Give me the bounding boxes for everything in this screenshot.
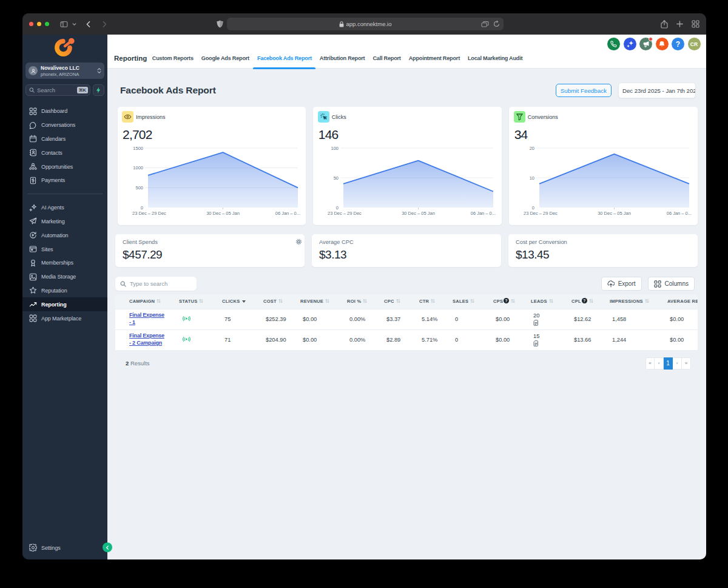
sidebar-item-contacts[interactable]: Contacts: [22, 146, 107, 160]
sidebar-item-conversations[interactable]: Conversations: [22, 118, 107, 132]
column-header-cps[interactable]: CPS?: [493, 294, 531, 309]
privacy-shield-icon[interactable]: [217, 20, 223, 28]
sidebar-item-payments[interactable]: Payments: [22, 174, 107, 188]
column-header-campaign[interactable]: CAMPAIGN: [115, 294, 179, 309]
sort-icon[interactable]: [645, 299, 649, 305]
sidebar-item-label: Calendars: [41, 136, 66, 142]
column-header-impressions[interactable]: IMPRESSIONS: [610, 294, 667, 309]
column-header-status[interactable]: STATUS: [179, 294, 222, 309]
last-page-button[interactable]: »: [682, 357, 691, 370]
tab-google-ads-report[interactable]: Google Ads Report: [197, 55, 253, 61]
sidebar-item-automation[interactable]: Automation: [22, 228, 107, 242]
zoom-button[interactable]: [45, 22, 49, 26]
sort-icon[interactable]: [470, 299, 474, 305]
tab-overview-icon[interactable]: [692, 20, 699, 28]
campaign-link[interactable]: Final Expense- 2 Campaign: [129, 333, 164, 346]
prev-page-button[interactable]: ‹: [655, 357, 664, 370]
sort-icon[interactable]: [431, 299, 435, 305]
phone-icon[interactable]: [607, 38, 620, 50]
sidebar-item-calendars[interactable]: Calendars: [22, 132, 107, 146]
sidebar-chevron-icon[interactable]: [72, 23, 76, 25]
svg-text:06 Jan – 0...: 06 Jan – 0...: [275, 211, 300, 216]
column-header-sales[interactable]: SALES: [453, 294, 493, 309]
column-header-ctr[interactable]: CTR: [419, 294, 453, 309]
sidebar-item-label: Automation: [41, 232, 69, 238]
location-switcher[interactable]: Novaliveco LLC phoneix, ARIZONA: [25, 63, 104, 79]
sidebar-search-input[interactable]: Search ⌘K: [25, 84, 90, 96]
sidebar-item-sites[interactable]: Sites: [22, 242, 107, 256]
campaign-link[interactable]: Final Expense- 1: [129, 312, 164, 326]
column-header-cpc[interactable]: CPC: [384, 294, 419, 309]
sort-icon[interactable]: [363, 299, 367, 305]
sort-icon[interactable]: [199, 299, 203, 305]
sidebar-toggle-icon[interactable]: [60, 21, 68, 27]
sidebar-collapse-button[interactable]: [103, 542, 112, 552]
sidebar-item-memberships[interactable]: Memberships: [22, 256, 107, 270]
tab-custom-reports[interactable]: Custom Reports: [148, 55, 197, 61]
column-header-revenue[interactable]: REVENUE: [300, 294, 347, 309]
user-avatar[interactable]: CR: [688, 38, 701, 50]
page-menu-icon[interactable]: [481, 21, 489, 27]
sidebar-item-dashboard[interactable]: Dashboard: [22, 104, 107, 118]
column-header-roi-[interactable]: ROI %: [347, 294, 384, 309]
sort-icon[interactable]: [278, 299, 283, 305]
column-header-average-revenue[interactable]: AVERAGE REVENUE: [667, 294, 698, 309]
info-icon[interactable]: ?: [504, 298, 509, 303]
announcements-icon[interactable]: [639, 38, 652, 50]
new-tab-icon[interactable]: [676, 21, 683, 27]
sort-desc-icon[interactable]: [242, 300, 246, 303]
column-header-cpl[interactable]: CPL?: [571, 294, 610, 309]
sort-icon[interactable]: [157, 299, 161, 305]
tab-appointment-report[interactable]: Appointment Report: [405, 55, 463, 61]
table-cell: 0.00%: [347, 309, 384, 329]
sidebar-item-app-marketplace[interactable]: App Marketplace: [22, 311, 107, 325]
tab-local-marketing-audit[interactable]: Local Marketing Audit: [463, 55, 526, 61]
notifications-bell-icon[interactable]: [656, 38, 669, 50]
tab-facebook-ads-report[interactable]: Facebook Ads Report: [253, 55, 315, 61]
tab-call-report[interactable]: Call Report: [369, 55, 405, 61]
date-range-picker[interactable]: Dec 23rd 2025 - Jan 7th 202: [618, 83, 696, 98]
address-bar[interactable]: app.connektme.io: [227, 18, 504, 30]
page-button-1[interactable]: 1: [664, 357, 673, 370]
notes-icon[interactable]: [533, 320, 539, 326]
reload-icon[interactable]: [493, 21, 500, 27]
sort-icon[interactable]: [549, 299, 553, 305]
sidebar-item-ai-agents[interactable]: AI Agents: [22, 201, 107, 215]
help-icon[interactable]: ?: [672, 38, 684, 50]
first-page-button[interactable]: «: [645, 357, 655, 370]
section-title: Reporting: [114, 55, 147, 62]
tab-attribution-report[interactable]: Attribution Report: [315, 55, 369, 61]
next-page-button[interactable]: ›: [673, 357, 682, 370]
columns-button[interactable]: Columns: [648, 277, 695, 291]
sidebar-item-reporting[interactable]: Reporting: [22, 297, 107, 311]
column-header-clicks[interactable]: CLICKS: [222, 294, 263, 309]
report-tabs: Custom ReportsGoogle Ads ReportFacebook …: [148, 55, 527, 69]
notes-icon[interactable]: [533, 340, 539, 346]
ai-sparkle-icon[interactable]: [624, 38, 636, 50]
summary-value: $3.13: [319, 248, 494, 262]
info-icon[interactable]: ?: [582, 298, 587, 303]
sidebar-item-reputation[interactable]: Reputation: [22, 284, 107, 298]
table-search-input[interactable]: Type to search: [115, 277, 197, 291]
sort-icon[interactable]: [325, 299, 329, 305]
export-button[interactable]: Export: [601, 277, 642, 291]
close-button[interactable]: [29, 22, 33, 26]
sidebar-item-marketing[interactable]: Marketing: [22, 215, 107, 229]
sidebar-item-opportunities[interactable]: Opportunities: [22, 160, 107, 174]
column-label: STATUS: [179, 299, 197, 304]
column-header-cost[interactable]: COST: [263, 294, 300, 309]
sort-icon[interactable]: [589, 299, 593, 305]
gear-icon[interactable]: [295, 237, 302, 248]
sidebar-item-media-storage[interactable]: Media Storage: [22, 270, 107, 284]
sort-icon[interactable]: [511, 299, 515, 305]
minimize-button[interactable]: [37, 22, 41, 26]
sort-icon[interactable]: [396, 299, 400, 305]
quick-actions-button[interactable]: [93, 84, 104, 96]
sidebar-item-settings[interactable]: Settings: [22, 541, 107, 555]
svg-text:30 Dec – 05 Jan: 30 Dec – 05 Jan: [598, 211, 631, 216]
forward-button[interactable]: [103, 21, 107, 27]
column-header-leads[interactable]: LEADS: [531, 294, 571, 309]
share-icon[interactable]: [661, 20, 668, 29]
back-button[interactable]: [86, 21, 90, 27]
submit-feedback-button[interactable]: Submit Feedback: [556, 84, 612, 97]
